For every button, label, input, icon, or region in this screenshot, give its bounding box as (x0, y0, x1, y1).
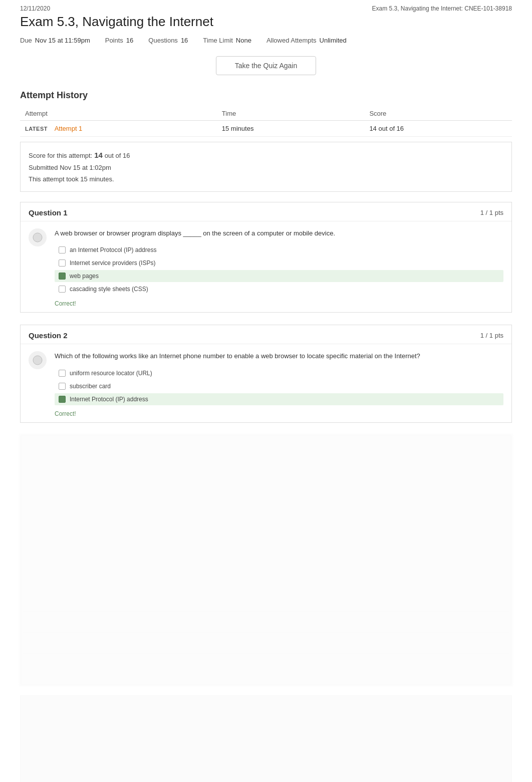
col-header-time: Time (217, 107, 365, 121)
attempt-history-table: Attempt Time Score LATEST Attempt 1 15 m… (20, 107, 512, 137)
bottom-hidden-area (20, 695, 512, 782)
option-text: cascading style sheets (CSS) (70, 286, 148, 293)
option-text: web pages (70, 273, 99, 280)
attempt-history-title: Attempt History (20, 90, 512, 101)
questions-value: 16 (181, 37, 188, 44)
score-summary: Score for this attempt: 14 out of 16 Sub… (20, 142, 512, 192)
radio-box (59, 246, 66, 253)
points-value: 16 (126, 37, 133, 44)
question-icon (29, 351, 47, 369)
score-out-of: out of 16 (105, 150, 130, 161)
answer-option: uniform resource locator (URL) (55, 367, 503, 379)
answer-options: an Internet Protocol (IP) address Intern… (55, 244, 503, 295)
radio-box (59, 286, 66, 293)
score-number: 14 (94, 148, 103, 162)
radio-box (59, 383, 66, 390)
question-block-2: Question 2 1 / 1 pts Which of the follow… (20, 325, 512, 423)
attempt-time: 15 minutes (217, 121, 365, 137)
option-text: Internet service providers (ISPs) (70, 259, 155, 267)
time-limit-label: Time Limit (203, 37, 232, 44)
allowed-attempts-value: Unlimited (320, 37, 347, 44)
question-text: Which of the following works like an Int… (55, 351, 503, 361)
radio-box (59, 396, 66, 403)
answer-option: an Internet Protocol (IP) address (55, 244, 503, 256)
date-label: 12/11/2020 (20, 5, 50, 12)
question-icon (29, 228, 47, 246)
option-text: Internet Protocol (IP) address (70, 396, 148, 403)
option-text: uniform resource locator (URL) (70, 370, 152, 377)
submitted-line: Submitted Nov 15 at 1:02pm (29, 162, 503, 173)
points-label: Points (105, 37, 123, 44)
question-text: A web browser or browser program display… (55, 228, 503, 238)
latest-badge: LATEST (25, 126, 48, 132)
answer-option: Internet Protocol (IP) address (55, 393, 503, 405)
duration-line: This attempt took 15 minutes. (29, 173, 503, 185)
due-label: Due (20, 37, 32, 44)
table-row: LATEST Attempt 1 15 minutes 14 out of 16 (20, 121, 512, 137)
answer-option: subscriber card (55, 380, 503, 392)
option-text: subscriber card (70, 383, 111, 390)
exam-title: Exam 5.3, Navigating the Internet (20, 14, 512, 30)
time-limit-value: None (236, 37, 251, 44)
col-header-attempt: Attempt (20, 107, 217, 121)
svg-point-0 (33, 233, 42, 242)
exam-meta: Due Nov 15 at 11:59pm Points 16 Question… (20, 37, 512, 44)
radio-box (59, 273, 66, 280)
option-text: an Internet Protocol (IP) address (70, 246, 156, 253)
question-block-1: Question 1 1 / 1 pts A web browser or br… (20, 202, 512, 313)
score-for-attempt-label: Score for this attempt: (29, 150, 92, 161)
question-pts: 1 / 1 pts (480, 209, 503, 216)
questions-label: Questions (148, 37, 178, 44)
col-header-score: Score (364, 107, 512, 121)
correct-label: Correct! (55, 300, 503, 307)
question-pts: 1 / 1 pts (480, 332, 503, 339)
question-title: Question 1 (29, 208, 68, 217)
course-label: Exam 5.3, Navigating the Internet: CNEE-… (372, 5, 512, 12)
radio-box (59, 370, 66, 377)
question-title: Question 2 (29, 331, 68, 340)
hidden-content-area (20, 435, 512, 685)
answer-option: cascading style sheets (CSS) (55, 283, 503, 295)
attempt-score: 14 out of 16 (364, 121, 512, 137)
answer-option: web pages (55, 270, 503, 282)
due-value: Nov 15 at 11:59pm (35, 37, 90, 44)
attempt-link[interactable]: Attempt 1 (55, 125, 83, 132)
take-quiz-button[interactable]: Take the Quiz Again (216, 56, 316, 75)
answer-option: Internet service providers (ISPs) (55, 257, 503, 269)
answer-options: uniform resource locator (URL) subscribe… (55, 367, 503, 405)
allowed-attempts-label: Allowed Attempts (267, 37, 317, 44)
radio-box (59, 259, 66, 267)
correct-label: Correct! (55, 410, 503, 417)
svg-point-1 (33, 356, 42, 365)
